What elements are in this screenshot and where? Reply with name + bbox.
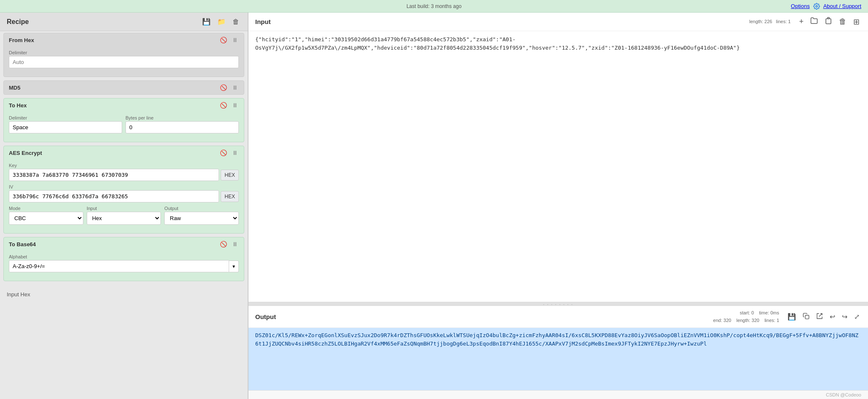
output-time-label: time:	[759, 310, 769, 315]
gear-icon[interactable]	[813, 3, 820, 10]
options-link[interactable]: Options	[791, 3, 810, 9]
aes-iv-label: IV	[9, 184, 239, 189]
output-save-button[interactable]: 💾	[786, 312, 798, 322]
from-hex-block: From Hex 🚫 ⏸ Delimiter	[3, 33, 244, 77]
aes-input-select[interactable]: Hex	[87, 212, 161, 225]
output-meta: start: 0 time: 0ms end: 320 length: 320 …	[713, 309, 779, 324]
svg-point-0	[816, 5, 817, 7]
aes-key-input[interactable]	[9, 169, 219, 181]
to-base64-disable-button[interactable]: 🚫	[219, 241, 228, 247]
from-hex-disable-button[interactable]: 🚫	[219, 37, 228, 43]
input-clear-button[interactable]: 🗑	[837, 16, 848, 27]
to-base64-controls: 🚫 ⏸	[219, 241, 239, 247]
to-hex-block: To Hex 🚫 ⏸ Delimiter Bytes per line	[3, 98, 244, 142]
aes-output-group: Output Raw	[164, 206, 239, 225]
output-time-value: 0ms	[770, 310, 779, 315]
aes-output-label: Output	[164, 206, 239, 211]
drag-handle[interactable]: · · · · · · · ·	[248, 303, 868, 306]
input-section: Input length: 226 lines: 1 +	[248, 13, 868, 303]
aes-mode-select[interactable]: CBC	[9, 212, 83, 225]
to-base64-alphabet-group: Alphabet ▾	[9, 254, 239, 272]
from-hex-header: From Hex 🚫 ⏸	[4, 33, 244, 47]
aes-encrypt-block: AES Encrypt 🚫 ⏸ Key HEX IV	[3, 146, 244, 234]
to-hex-delimiter-input[interactable]	[9, 121, 122, 133]
left-panel: Recipe 💾 📁 🗑 From Hex 🚫 ⏸ Delimiter	[0, 13, 248, 399]
aes-mode-row: Mode CBC Input Hex Output	[9, 206, 239, 228]
last-build-text: Last build: 3 months ago	[406, 3, 462, 9]
main-layout: Recipe 💾 📁 🗑 From Hex 🚫 ⏸ Delimiter	[0, 13, 868, 399]
md5-title: MD5	[9, 85, 20, 91]
aes-iv-input[interactable]	[9, 190, 219, 202]
from-hex-delimiter-label: Delimiter	[9, 50, 239, 55]
input-title: Input	[255, 18, 271, 25]
about-support-link[interactable]: About / Support	[823, 3, 861, 9]
from-hex-delimiter-input[interactable]	[9, 56, 239, 68]
aes-iv-format-badge[interactable]: HEX	[221, 191, 239, 202]
output-expand-button[interactable]: ⤢	[852, 312, 861, 322]
save-recipe-button[interactable]: 💾	[200, 17, 212, 27]
to-base64-alphabet-label: Alphabet	[9, 254, 239, 259]
from-hex-delimiter-group: Delimiter	[9, 50, 239, 68]
aes-key-label: Key	[9, 163, 239, 168]
delete-recipe-button[interactable]: 🗑	[231, 17, 241, 27]
aes-output-select[interactable]: Raw	[164, 212, 239, 225]
output-toolbar: 💾 ↩ ↪ ⤢	[786, 312, 861, 322]
to-hex-pause-button[interactable]: ⏸	[231, 102, 239, 109]
md5-block: MD5 🚫 ⏸	[3, 80, 244, 95]
to-base64-alphabet-input[interactable]	[9, 260, 229, 272]
output-length-value: 320	[752, 318, 759, 323]
aes-key-format-badge[interactable]: HEX	[221, 170, 239, 181]
output-redo-button[interactable]: ↪	[840, 312, 849, 322]
aes-encrypt-disable-button[interactable]: 🚫	[219, 149, 228, 156]
md5-pause-button[interactable]: ⏸	[231, 84, 239, 91]
to-base64-alphabet-dropdown[interactable]: ▾	[229, 261, 239, 272]
output-content: DSZ01c/Kl5/REWx+ZorqEGonlXSuEvzSJux2Do9R…	[248, 328, 868, 390]
output-copy-button[interactable]	[801, 312, 811, 322]
input-length-value: 226	[764, 19, 772, 24]
input-lines-label: lines:	[776, 19, 787, 24]
to-base64-title: To Base64	[9, 241, 36, 247]
output-paste-button[interactable]	[815, 312, 825, 322]
input-toolbar: + 🗑 ⊞	[797, 16, 861, 27]
md5-disable-button[interactable]: 🚫	[219, 84, 228, 91]
to-base64-alphabet-row: ▾	[9, 260, 239, 272]
to-hex-bytes-group: Bytes per line	[126, 115, 239, 133]
to-hex-controls: 🚫 ⏸	[219, 102, 239, 109]
svg-rect-2	[826, 19, 831, 24]
output-undo-button[interactable]: ↩	[828, 312, 837, 322]
top-bar: Last build: 3 months ago Options About /…	[0, 0, 868, 13]
aes-encrypt-header: AES Encrypt 🚫 ⏸	[4, 146, 244, 160]
aes-key-group: Key HEX	[9, 163, 239, 181]
input-open-button[interactable]	[809, 16, 820, 27]
md5-controls: 🚫 ⏸	[219, 84, 239, 91]
to-base64-block: To Base64 🚫 ⏸ Alphabet ▾	[3, 237, 244, 281]
to-base64-pause-button[interactable]: ⏸	[231, 241, 239, 247]
input-meta: length: 226 lines: 1	[749, 18, 791, 26]
input-grid-button[interactable]: ⊞	[852, 16, 861, 27]
load-recipe-button[interactable]: 📁	[216, 17, 227, 27]
to-hex-disable-button[interactable]: 🚫	[219, 102, 228, 109]
from-hex-body: Delimiter	[4, 47, 244, 77]
input-length-label: length:	[749, 19, 763, 24]
svg-rect-3	[805, 315, 809, 319]
output-end-label: end:	[713, 318, 722, 323]
output-lines-label: lines:	[764, 318, 775, 323]
output-header: Output start: 0 time: 0ms end: 320 lengt…	[248, 306, 868, 328]
output-start-value: 0	[751, 310, 754, 315]
output-section: Output start: 0 time: 0ms end: 320 lengt…	[248, 306, 868, 390]
to-hex-title: To Hex	[9, 102, 27, 109]
aes-encrypt-title: AES Encrypt	[9, 150, 42, 156]
to-hex-delimiter-group: Delimiter	[9, 115, 122, 133]
aes-encrypt-body: Key HEX IV HEX Mode	[4, 160, 244, 233]
input-new-button[interactable]: +	[797, 16, 805, 27]
from-hex-title: From Hex	[9, 37, 34, 43]
input-lines-value: 1	[788, 19, 791, 24]
output-end-value: 320	[724, 318, 731, 323]
right-panel: Input length: 226 lines: 1 +	[248, 13, 868, 399]
input-paste-button[interactable]	[823, 16, 834, 27]
to-hex-bytes-input[interactable]	[126, 121, 239, 133]
input-textarea[interactable]	[248, 31, 868, 302]
from-hex-pause-button[interactable]: ⏸	[231, 37, 239, 43]
aes-encrypt-pause-button[interactable]: ⏸	[231, 149, 239, 156]
output-title: Output	[255, 313, 276, 320]
